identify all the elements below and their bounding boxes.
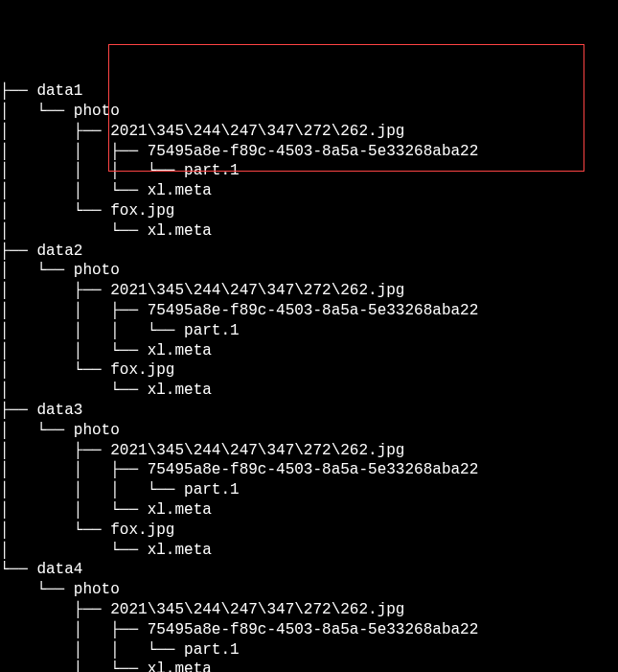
tree-line: │ └── fox.jpg — [0, 360, 618, 381]
tree-line: │ ├── 2021\345\244\247\347\272\262.jpg — [0, 441, 618, 461]
tree-line: │ └── photo — [0, 421, 618, 441]
tree-line: └── photo — [0, 580, 618, 600]
tree-line: │ ├── 2021\345\244\247\347\272\262.jpg — [0, 281, 618, 301]
tree-line: │ └── xl.meta — [0, 221, 618, 242]
tree-line: │ └── xl.meta — [0, 541, 618, 561]
tree-line: │ └── xl.meta — [0, 381, 618, 401]
tree-line: │ └── photo — [0, 102, 618, 122]
tree-line: │ │ │ └── part.1 — [0, 161, 618, 181]
tree-line: │ │ ├── 75495a8e-f89c-4503-8a5a-5e33268a… — [0, 460, 618, 480]
tree-line: ├── data3 — [0, 401, 618, 421]
tree-line: │ ├── 75495a8e-f89c-4503-8a5a-5e33268aba… — [0, 620, 618, 640]
tree-line: ├── data1 — [0, 81, 618, 102]
tree-line: └── data4 — [0, 560, 618, 580]
tree-line: │ │ └── xl.meta — [0, 181, 618, 201]
tree-line: │ │ ├── 75495a8e-f89c-4503-8a5a-5e33268a… — [0, 142, 618, 162]
tree-line: │ └── fox.jpg — [0, 521, 618, 541]
tree-line: ├── data2 — [0, 242, 618, 262]
tree-line: │ └── xl.meta — [0, 660, 618, 672]
tree-line: │ └── photo — [0, 261, 618, 281]
tree-line: │ │ └── xl.meta — [0, 500, 618, 521]
tree-output: ├── data1│ └── photo│ ├── 2021\345\244\2… — [0, 81, 618, 672]
tree-line: │ │ └── part.1 — [0, 640, 618, 660]
tree-line: │ │ │ └── part.1 — [0, 480, 618, 500]
tree-line: │ │ ├── 75495a8e-f89c-4503-8a5a-5e33268a… — [0, 301, 618, 321]
tree-line: │ │ │ └── part.1 — [0, 321, 618, 341]
tree-line: ├── 2021\345\244\247\347\272\262.jpg — [0, 600, 618, 620]
tree-line: │ │ └── xl.meta — [0, 341, 618, 361]
tree-line: │ ├── 2021\345\244\247\347\272\262.jpg — [0, 122, 618, 142]
tree-line: │ └── fox.jpg — [0, 201, 618, 221]
